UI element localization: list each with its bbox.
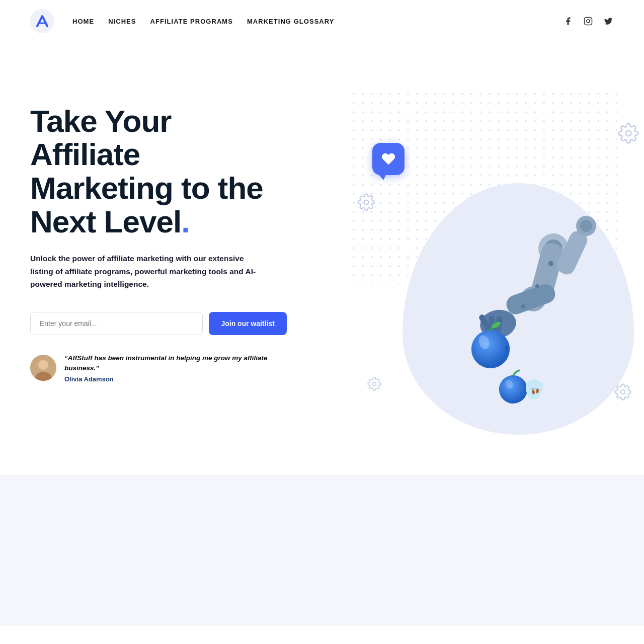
avatar <box>30 355 56 381</box>
svg-rect-1 <box>585 18 592 25</box>
facebook-icon[interactable] <box>562 16 574 27</box>
twitter-icon[interactable] <box>603 16 614 27</box>
svg-point-30 <box>548 261 553 266</box>
hero-illustration <box>342 83 644 435</box>
svg-point-9 <box>364 200 369 205</box>
hero-content: Take Your Affiliate Marketing to the Nex… <box>30 85 287 383</box>
svg-point-32 <box>521 304 525 308</box>
nav-link-marketing-glossary[interactable]: MARKETING GLOSSARY <box>247 18 335 25</box>
testimonial-quote: “AffStuff has been instrumental in helpi… <box>64 353 287 374</box>
instagram-icon[interactable] <box>583 16 594 27</box>
svg-point-24 <box>471 330 510 368</box>
nav-left: HOME NICHES AFFILIATE PROGRAMS MARKETING… <box>30 9 334 33</box>
nav-links: HOME NICHES AFFILIATE PROGRAMS MARKETING… <box>72 17 334 26</box>
email-cta-row: Join our waitlist <box>30 312 287 335</box>
nav-link-home[interactable]: HOME <box>72 18 94 25</box>
hero-section: Take Your Affiliate Marketing to the Nex… <box>0 42 644 435</box>
svg-point-5 <box>38 360 48 370</box>
email-input[interactable] <box>30 312 203 335</box>
nav-link-niches[interactable]: NICHES <box>108 18 136 25</box>
logo[interactable] <box>30 9 54 33</box>
gear-icon-bottomleft <box>367 377 381 394</box>
nav-link-affiliate-programs[interactable]: AFFILIATE PROGRAMS <box>150 18 233 25</box>
svg-point-29 <box>580 220 592 232</box>
gear-icon-topleft <box>357 193 375 215</box>
svg-point-2 <box>587 20 590 23</box>
robot-illustration <box>413 188 624 420</box>
testimonial-content: “AffStuff has been instrumental in helpi… <box>64 353 287 383</box>
testimonial-author: Olivia Adamson <box>64 375 287 383</box>
testimonial: “AffStuff has been instrumental in helpi… <box>30 353 287 383</box>
svg-point-10 <box>626 131 631 136</box>
heading-dot: . <box>181 204 189 239</box>
nav-social <box>562 16 614 27</box>
hero-heading: Take Your Affiliate Marketing to the Nex… <box>30 105 287 239</box>
waitlist-button[interactable]: Join our waitlist <box>209 312 287 335</box>
bottom-section <box>0 475 644 626</box>
navbar: HOME NICHES AFFILIATE PROGRAMS MARKETING… <box>0 0 644 42</box>
svg-point-0 <box>30 9 54 33</box>
svg-point-34 <box>499 375 527 404</box>
svg-point-12 <box>373 382 376 386</box>
svg-point-3 <box>590 19 591 20</box>
gear-icon-topright <box>618 123 639 148</box>
hero-subtext: Unlock the power of affiliate marketing … <box>30 252 262 291</box>
svg-point-31 <box>535 284 539 288</box>
heart-bubble <box>372 143 405 175</box>
